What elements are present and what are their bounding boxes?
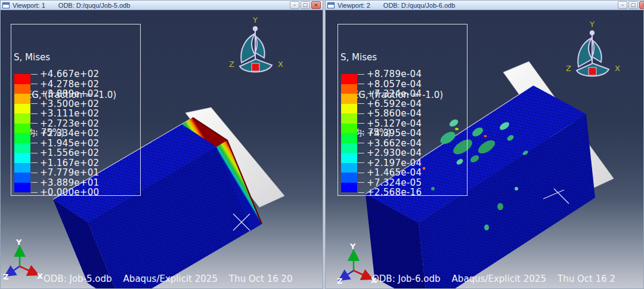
legend-color-chip bbox=[341, 173, 357, 183]
legend-value-text: +4.278e+02 bbox=[40, 79, 99, 90]
legend-color-chip bbox=[14, 113, 30, 124]
legend-value-text: +1.556e+02 bbox=[40, 147, 99, 158]
close-icon[interactable]: × bbox=[311, 1, 321, 9]
legend-value-text: +2.568e-16 bbox=[367, 187, 422, 198]
legend-tick-mark bbox=[31, 94, 38, 94]
coordinate-triad-icon: Y Z X bbox=[3, 235, 49, 283]
legend-value-text: +8.057e-04 bbox=[367, 79, 422, 90]
legend-tick-mark bbox=[31, 182, 38, 183]
contour-legend: S, Mises SNEG, (fraction = -1.0) (平均: 75… bbox=[338, 24, 467, 196]
legend-color-chip bbox=[14, 84, 30, 94]
legend-tick-mark bbox=[358, 192, 364, 193]
legend-value-text: +7.324e-04 bbox=[367, 88, 422, 99]
legend-value-row: +3.111e+02 bbox=[31, 108, 99, 119]
legend-value-row: +3.662e-04 bbox=[358, 138, 422, 149]
viewport-window-icon bbox=[2, 2, 10, 8]
legend-color-chip bbox=[341, 104, 357, 114]
legend-tick-mark bbox=[31, 74, 38, 75]
legend-color-bar bbox=[14, 74, 30, 192]
legend-color-chip bbox=[341, 113, 357, 124]
legend-value-row: +1.167e+02 bbox=[31, 158, 99, 168]
legend-tick-mark bbox=[31, 133, 38, 134]
viewport-2-titlebar[interactable]: Viewport: 2 ODB: D:/ququ/Job-6.odb – □ × bbox=[326, 1, 643, 10]
compass-center-handle[interactable] bbox=[252, 63, 259, 71]
view-compass-icon[interactable]: Y Z X bbox=[562, 19, 622, 84]
legend-value-text: +2.197e-04 bbox=[367, 158, 422, 168]
legend-value-text: +5.860e-04 bbox=[367, 108, 422, 119]
compass-x-label: X bbox=[278, 60, 283, 69]
triad-x-label: X bbox=[37, 272, 43, 281]
legend-tick-mark bbox=[31, 173, 38, 173]
legend-color-chip bbox=[14, 133, 30, 143]
legend-title: S, Mises bbox=[14, 51, 116, 64]
legend-tick-mark bbox=[358, 84, 364, 84]
viewport-title: Viewport: 1 bbox=[13, 2, 45, 9]
restore-icon[interactable]: □ bbox=[301, 1, 310, 9]
legend-value-text: +1.945e+02 bbox=[40, 138, 99, 149]
restore-icon[interactable]: □ bbox=[628, 1, 638, 9]
legend-value-row: +4.667e+02 bbox=[31, 69, 99, 79]
legend-tick-mark bbox=[31, 143, 38, 143]
legend-value-row: +2.334e+02 bbox=[31, 128, 99, 139]
legend-tick-mark bbox=[31, 192, 38, 193]
legend-value-row: +8.057e-04 bbox=[358, 79, 422, 90]
status-text-block: ODB: Job-6.odb Abaqus/Explicit 2025 Thu … bbox=[372, 251, 615, 288]
legend-value-row: +4.278e+02 bbox=[31, 79, 99, 90]
legend-color-bar bbox=[341, 74, 357, 192]
legend-color-chip bbox=[14, 143, 30, 153]
legend-value-row: +3.889e+01 bbox=[31, 177, 99, 188]
legend-value-row: +1.945e+02 bbox=[31, 138, 99, 149]
viewport-2-window[interactable]: S, Mises SNEG, (fraction = -1.0) (平均: 75… bbox=[325, 0, 644, 289]
close-icon[interactable]: × bbox=[639, 1, 644, 9]
legend-value-row: +3.500e+02 bbox=[31, 99, 99, 109]
viewport-odb-path: ODB: D:/ququ/Job-6.odb bbox=[383, 2, 455, 9]
viewport-window-icon bbox=[327, 2, 335, 8]
legend-tick-mark bbox=[358, 103, 364, 104]
compass-y-label: Y bbox=[252, 16, 258, 24]
legend-color-chip bbox=[341, 183, 357, 193]
legend-color-chip bbox=[341, 124, 357, 134]
status-odb-line: ODB: Job-5.odb Abaqus/Explicit 2025 Thu … bbox=[44, 273, 293, 285]
compass-top-knob bbox=[253, 26, 258, 31]
legend-tick-mark bbox=[358, 133, 364, 134]
compass-center-handle[interactable] bbox=[589, 67, 596, 75]
legend-value-text: +8.789e-04 bbox=[367, 69, 422, 79]
legend-color-chip bbox=[14, 183, 30, 193]
viewport-1-window[interactable]: S, Mises SNEG, (fraction = -1.0) (平均: 75… bbox=[0, 0, 323, 289]
legend-values: +4.667e+02 +4.278e+02 +3.889e+02 bbox=[31, 74, 132, 193]
legend-value-text: +1.167e+02 bbox=[40, 158, 99, 168]
legend-value-row: +2.197e-04 bbox=[358, 158, 422, 168]
viewport-1-titlebar[interactable]: Viewport: 1 ODB: D:/ququ/Job-5.odb – □ × bbox=[1, 1, 323, 10]
legend-tick-mark bbox=[31, 103, 38, 104]
view-compass-icon[interactable]: Y Z X bbox=[225, 14, 285, 80]
legend-value-row: +5.127e-04 bbox=[358, 118, 422, 129]
compass-x-label: X bbox=[615, 64, 620, 73]
legend-value-row: +7.779e+01 bbox=[31, 167, 99, 178]
legend-value-row: +2.568e-16 bbox=[358, 187, 422, 198]
legend-value-row: +3.889e+02 bbox=[31, 88, 99, 99]
legend-value-text: +7.779e+01 bbox=[40, 167, 99, 178]
legend-value-text: +5.127e-04 bbox=[367, 118, 422, 129]
legend-color-chip bbox=[14, 173, 30, 183]
legend-color-chip bbox=[14, 153, 30, 163]
legend-tick-mark bbox=[358, 143, 364, 143]
legend-value-text: +2.930e-04 bbox=[367, 147, 422, 158]
legend-color-chip bbox=[341, 133, 357, 143]
legend-tick-mark bbox=[31, 113, 38, 114]
legend-tick-mark bbox=[358, 94, 364, 94]
compass-top-knob bbox=[590, 30, 595, 35]
legend-color-chip bbox=[341, 143, 357, 153]
legend-value-text: +3.111e+02 bbox=[40, 108, 99, 119]
legend-value-row: +1.465e-04 bbox=[358, 167, 422, 178]
legend-value-row: +1.556e+02 bbox=[31, 147, 99, 158]
legend-color-chip bbox=[14, 124, 30, 134]
legend-value-row: +2.723e+02 bbox=[31, 118, 99, 129]
viewport-2-canvas[interactable]: S, Mises SNEG, (fraction = -1.0) (平均: 75… bbox=[326, 10, 643, 288]
viewport-1-canvas[interactable]: S, Mises SNEG, (fraction = -1.0) (平均: 75… bbox=[1, 10, 323, 288]
legend-color-chip bbox=[14, 74, 30, 84]
legend-value-text: +1.465e-04 bbox=[367, 167, 422, 178]
minimize-icon[interactable]: – bbox=[618, 1, 627, 9]
minimize-icon[interactable]: – bbox=[290, 1, 299, 9]
legend-color-chip bbox=[341, 74, 357, 84]
legend-tick-mark bbox=[358, 173, 364, 173]
